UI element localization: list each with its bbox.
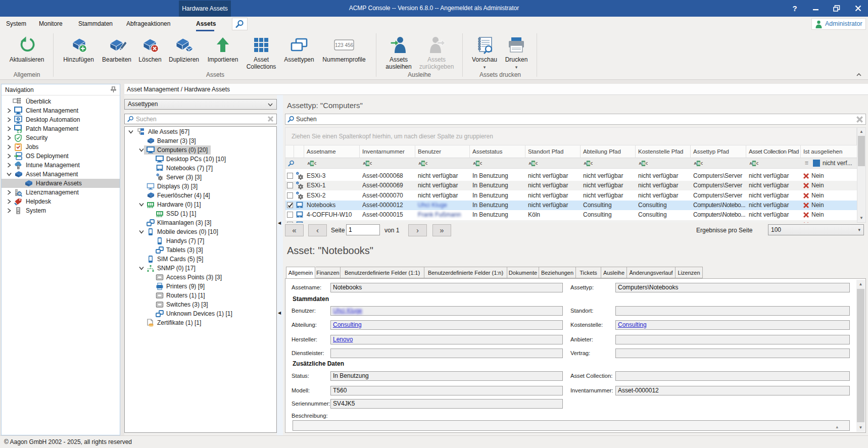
svg-text:123 456: 123 456 (335, 42, 354, 48)
